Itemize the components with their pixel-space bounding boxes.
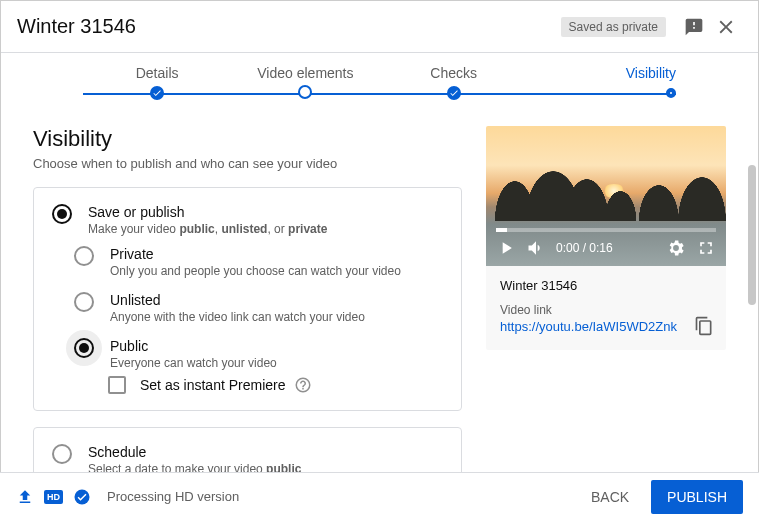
settings-icon[interactable] (666, 238, 686, 258)
option-desc: Everyone can watch your video (110, 356, 277, 370)
play-icon[interactable] (496, 238, 516, 258)
radio-icon (74, 292, 94, 312)
section-subtitle: Choose when to publish and who can see y… (33, 156, 462, 171)
checkbox-icon (108, 376, 126, 394)
volume-icon[interactable] (526, 238, 546, 258)
step-label: Details (83, 65, 231, 81)
scrollbar[interactable] (748, 165, 756, 305)
video-time: 0:00 / 0:16 (556, 241, 613, 255)
step-checks[interactable]: Checks (380, 65, 528, 102)
save-or-publish-card: Save or publish Make your video public, … (33, 187, 462, 411)
tree-silhouette (486, 166, 726, 221)
save-status-badge: Saved as private (561, 17, 666, 37)
instant-premiere-checkbox[interactable]: Set as instant Premiere (108, 376, 443, 394)
option-title: Private (110, 246, 401, 262)
option-desc: Anyone with the video link can watch you… (110, 310, 365, 324)
dialog-footer: HD Processing HD version BACK PUBLISH (0, 472, 759, 520)
radio-icon (52, 444, 72, 464)
publish-button[interactable]: PUBLISH (651, 480, 743, 514)
public-option[interactable]: Public Everyone can watch your video (74, 338, 443, 370)
step-dot-current-icon (666, 88, 676, 98)
stepper: Details Video elements Checks Visibility (83, 65, 676, 102)
step-label: Video elements (231, 65, 379, 81)
radio-icon (52, 204, 72, 224)
checkbox-label: Set as instant Premiere (140, 377, 286, 393)
private-option[interactable]: Private Only you and people you choose c… (74, 246, 443, 278)
copy-icon[interactable] (694, 316, 714, 336)
fullscreen-icon[interactable] (696, 238, 716, 258)
video-thumbnail[interactable]: 0:00 / 0:16 (486, 126, 726, 266)
processing-check-icon (73, 488, 91, 506)
save-or-publish-option[interactable]: Save or publish Make your video public, … (52, 204, 443, 236)
hd-badge: HD (44, 490, 63, 504)
step-visibility[interactable]: Visibility (528, 65, 676, 102)
video-info-card: Winter 31546 Video link https://youtu.be… (486, 266, 726, 350)
step-label: Visibility (528, 65, 676, 81)
close-icon[interactable] (710, 11, 742, 43)
video-link[interactable]: https://youtu.be/IaWI5WD2Znk (500, 319, 712, 334)
unlisted-option[interactable]: Unlisted Anyone with the video link can … (74, 292, 443, 324)
video-title: Winter 31546 (500, 278, 712, 293)
dialog-title: Winter 31546 (17, 15, 561, 38)
option-desc: Make your video public, unlisted, or pri… (88, 222, 327, 236)
svg-point-0 (75, 489, 90, 504)
back-button[interactable]: BACK (577, 481, 643, 513)
option-desc: Only you and people you choose can watch… (110, 264, 401, 278)
radio-icon (74, 246, 94, 266)
processing-status: Processing HD version (107, 489, 239, 504)
dialog-body: Details Video elements Checks Visibility… (1, 53, 758, 483)
check-icon (150, 86, 164, 100)
dialog-header: Winter 31546 Saved as private (1, 1, 758, 53)
video-link-label: Video link (500, 303, 712, 317)
upload-icon[interactable] (16, 488, 34, 506)
step-details[interactable]: Details (83, 65, 231, 102)
feedback-icon[interactable] (678, 11, 710, 43)
step-label: Checks (380, 65, 528, 81)
option-title: Unlisted (110, 292, 365, 308)
section-title: Visibility (33, 126, 462, 152)
step-video-elements[interactable]: Video elements (231, 65, 379, 102)
help-icon[interactable] (294, 376, 312, 394)
option-title: Public (110, 338, 277, 354)
check-icon (447, 86, 461, 100)
preview-panel: 0:00 / 0:16 Winter 31546 Video link http… (486, 126, 726, 350)
option-title: Schedule (88, 444, 301, 460)
option-title: Save or publish (88, 204, 327, 220)
step-dot-icon (298, 85, 312, 99)
radio-icon (74, 338, 94, 358)
